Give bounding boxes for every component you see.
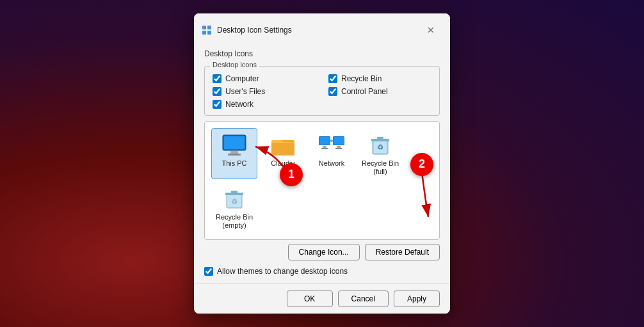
svg-rect-5 [224, 136, 245, 149]
dialog-body: Desktop Icons Desktop icons Computer Rec… [194, 44, 450, 284]
dialog-footer: OK Cancel Apply [194, 283, 450, 314]
cancel-button[interactable]: Cancel [338, 291, 389, 307]
svg-rect-16 [337, 146, 341, 148]
close-button[interactable]: ✕ [422, 21, 440, 39]
annotation-arrow-2 [403, 172, 435, 223]
checkbox-users-files[interactable]: User's Files [213, 87, 316, 96]
desktop-icons-group: Desktop icons Computer Recycle Bin User'… [204, 66, 440, 116]
checkbox-control-panel-input[interactable] [328, 87, 337, 96]
svg-rect-13 [321, 148, 328, 149]
checkbox-users-files-input[interactable] [213, 87, 221, 96]
checkbox-recycle-bin[interactable]: Recycle Bin [328, 74, 431, 83]
group-title: Desktop icons [210, 61, 259, 68]
recycle-empty-img: ♻ [221, 186, 247, 212]
apply-button[interactable]: Apply [394, 291, 440, 307]
checkbox-recycle-bin-input[interactable] [328, 74, 337, 83]
checkboxes-grid: Computer Recycle Bin User's Files Contro… [213, 74, 431, 109]
svg-rect-0 [202, 26, 206, 29]
ok-button[interactable]: OK [287, 291, 333, 307]
icon-network[interactable]: Network [309, 128, 355, 179]
checkbox-network-label: Network [225, 100, 254, 109]
recycle-full-svg: ♻ [369, 134, 392, 157]
dialog-title: Desktop Icon Settings [217, 26, 292, 35]
icon-actions: Change Icon... Restore Default [204, 244, 440, 260]
tab-label: Desktop Icons [204, 49, 440, 58]
title-bar-left: Desktop Icon Settings [202, 25, 292, 35]
svg-rect-11 [319, 137, 330, 145]
checkbox-computer-input[interactable] [213, 74, 221, 83]
icon-recycle-empty[interactable]: ♻ Recycle Bin(empty) [211, 182, 257, 233]
svg-rect-6 [230, 151, 238, 154]
icon-recycle-full[interactable]: ♻ Recycle Bin(full) [357, 128, 403, 179]
svg-text:♻: ♻ [231, 198, 237, 205]
network-svg [319, 134, 344, 157]
icons-box-wrapper: This PC Claudiu [204, 121, 440, 261]
checkbox-computer[interactable]: Computer [213, 74, 316, 83]
recycle-full-img: ♻ [367, 132, 393, 158]
annotation-circle-2: 2 [410, 153, 433, 176]
svg-rect-27 [231, 191, 237, 193]
recycle-empty-label: Recycle Bin(empty) [216, 213, 253, 230]
svg-rect-23 [377, 137, 383, 140]
restore-default-button[interactable]: Restore Default [365, 244, 440, 260]
allow-themes-checkbox[interactable] [204, 267, 213, 276]
svg-rect-3 [207, 31, 211, 35]
desktop-icon-settings-dialog: Desktop Icon Settings ✕ Desktop Icons De… [194, 13, 450, 314]
checkbox-control-panel[interactable]: Control Panel [328, 87, 431, 96]
annotation-circle-1: 1 [280, 163, 303, 186]
svg-rect-12 [323, 146, 326, 148]
checkbox-computer-label: Computer [225, 74, 259, 83]
svg-point-19 [330, 140, 333, 142]
checkbox-recycle-bin-label: Recycle Bin [341, 74, 382, 83]
dialog-icon [202, 25, 212, 35]
svg-rect-1 [207, 26, 211, 29]
change-icon-button[interactable]: Change Icon... [288, 244, 360, 260]
svg-rect-15 [334, 137, 344, 145]
checkbox-control-panel-label: Control Panel [341, 87, 388, 96]
recycle-empty-svg: ♻ [223, 187, 246, 211]
checkbox-users-files-label: User's Files [225, 87, 265, 96]
checkbox-network-input[interactable] [213, 100, 221, 109]
checkbox-network[interactable]: Network [213, 100, 316, 109]
network-label: Network [319, 159, 344, 168]
title-bar: Desktop Icon Settings ✕ [194, 13, 450, 44]
network-img [319, 132, 344, 158]
svg-text:♻: ♻ [377, 143, 383, 151]
allow-themes-text: Allow themes to change desktop icons [217, 267, 348, 276]
svg-rect-2 [202, 31, 206, 35]
svg-rect-17 [335, 148, 342, 149]
allow-themes-label[interactable]: Allow themes to change desktop icons [204, 267, 440, 276]
recycle-full-label: Recycle Bin(full) [362, 159, 399, 176]
svg-rect-7 [228, 154, 241, 156]
